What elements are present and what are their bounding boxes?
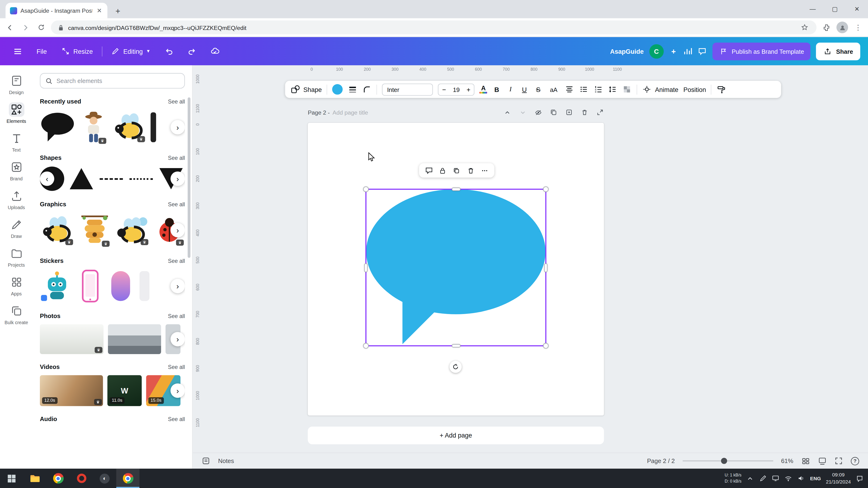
undo-button[interactable] (159, 43, 179, 59)
carousel-next-button[interactable]: › (170, 332, 185, 346)
bookmark-star-icon[interactable] (799, 22, 810, 33)
browser-menu-kebab-icon[interactable]: ⋮ (852, 22, 864, 33)
resize-handle-top[interactable] (452, 188, 460, 191)
language-indicator[interactable]: ENG (810, 476, 821, 481)
see-all-link[interactable]: See all (168, 155, 185, 161)
delete-icon[interactable] (467, 166, 475, 174)
browser-profile-avatar[interactable] (836, 22, 848, 33)
rail-item-brand[interactable]: Brand (1, 157, 31, 185)
rail-item-projects[interactable]: Projects (1, 243, 31, 271)
team-avatar[interactable]: C (649, 44, 663, 59)
bee-with-flower-graphic[interactable]: ♛ (115, 214, 150, 246)
duplicate-icon[interactable] (453, 166, 461, 174)
window-close-button[interactable]: ✕ (846, 0, 868, 18)
duplicate-page-icon[interactable] (550, 108, 558, 116)
volume-tray-icon[interactable] (798, 475, 805, 482)
resize-handle-bottom-right[interactable] (543, 343, 549, 349)
bee-graphic[interactable]: ♛ (40, 214, 74, 246)
expand-page-icon[interactable] (596, 108, 604, 116)
shape-button[interactable]: Shape (290, 85, 322, 94)
rail-item-text[interactable]: Text (1, 128, 31, 156)
delete-page-icon[interactable] (581, 108, 588, 116)
notes-label[interactable]: Notes (218, 458, 234, 464)
selection-box[interactable] (365, 189, 546, 346)
carousel-next-button[interactable]: › (170, 279, 185, 293)
window-maximize-button[interactable]: ▢ (824, 0, 846, 18)
search-elements-box[interactable] (40, 73, 185, 89)
cowboy-character-graphic[interactable]: ♛ (80, 110, 107, 145)
line-spacing-icon[interactable] (608, 85, 618, 94)
strikethrough-button[interactable]: S (534, 86, 543, 93)
thumbnail-view-icon[interactable] (817, 456, 827, 465)
share-button[interactable]: Share (816, 42, 860, 60)
transparency-icon[interactable] (622, 85, 632, 94)
add-page-button[interactable]: + Add page (308, 426, 604, 444)
forward-icon[interactable] (20, 22, 31, 33)
resize-button[interactable]: Resize (56, 43, 98, 59)
tab-close-icon[interactable]: ✕ (96, 7, 103, 14)
rail-item-elements[interactable]: Elements (1, 99, 31, 127)
dashed-line-shape[interactable] (99, 166, 124, 191)
italic-button[interactable]: I (506, 85, 515, 93)
dark-app-taskbar-icon[interactable]: ◐ (93, 469, 116, 488)
see-all-link[interactable]: See all (168, 313, 185, 319)
clock[interactable]: 09:0921/10/2024 (826, 471, 851, 485)
w-logo-video[interactable]: W11.0s (107, 375, 142, 406)
resize-handle-bottom-left[interactable] (363, 343, 369, 349)
editing-mode-button[interactable]: Editing ▼ (106, 43, 156, 59)
rail-item-uploads[interactable]: Uploads (1, 186, 31, 214)
resize-handle-bottom[interactable] (452, 344, 460, 348)
rail-item-apps[interactable]: Apps (1, 272, 31, 300)
redo-button[interactable] (182, 43, 202, 59)
page-move-down-icon[interactable] (519, 108, 526, 116)
chrome-active-taskbar-icon[interactable] (116, 469, 140, 488)
start-button[interactable] (0, 469, 23, 488)
action-center-icon[interactable] (856, 475, 864, 482)
more-options-icon[interactable] (480, 166, 489, 174)
carousel-prev-button[interactable]: ‹ (40, 172, 54, 186)
bullet-list-icon[interactable] (579, 85, 589, 94)
lock-icon[interactable] (438, 166, 447, 174)
opera-taskbar-icon[interactable] (70, 469, 93, 488)
text-color-button[interactable]: A (479, 85, 487, 94)
add-member-icon[interactable]: + (669, 47, 678, 56)
partially-visible-sticker[interactable] (140, 271, 149, 301)
carousel-next-button[interactable]: › (170, 383, 185, 398)
gradient-blob-sticker[interactable] (106, 270, 135, 302)
carousel-next-button[interactable]: › (170, 120, 185, 134)
rail-item-design[interactable]: Design (1, 71, 31, 98)
wifi-tray-icon[interactable] (785, 475, 793, 482)
resize-handle-right[interactable] (544, 263, 548, 272)
url-bar[interactable]: canva.com/design/DAGT6BWzfDw/_mxqpc3--uQ… (51, 21, 816, 34)
grid-view-icon[interactable] (801, 456, 810, 465)
zoom-percent[interactable]: 61% (781, 458, 793, 464)
corner-rounding-icon[interactable] (362, 85, 372, 94)
publish-brand-template-button[interactable]: Publish as Brand Template (712, 42, 811, 60)
see-all-link[interactable]: See all (168, 258, 185, 264)
font-size-value[interactable]: 19 (450, 86, 463, 93)
notes-icon[interactable] (202, 456, 210, 465)
position-button[interactable]: Position (683, 86, 706, 93)
carousel-next-button[interactable]: › (170, 223, 185, 237)
reload-icon[interactable] (35, 22, 46, 33)
phone-sticker[interactable] (79, 269, 102, 303)
see-all-link[interactable]: See all (168, 201, 185, 207)
pen-tray-icon[interactable] (759, 475, 767, 482)
search-input[interactable] (56, 77, 179, 84)
resize-handle-left[interactable] (364, 263, 368, 272)
file-menu-button[interactable]: File (31, 44, 52, 59)
rail-item-bulk[interactable]: Bulk create (1, 301, 31, 329)
panel-scrollbar[interactable] (188, 97, 191, 258)
resize-handle-top-right[interactable] (543, 187, 549, 192)
see-all-link[interactable]: See all (168, 98, 185, 104)
font-size-decrease-button[interactable]: − (438, 86, 450, 93)
hamburger-menu-icon[interactable] (8, 43, 28, 59)
page-title-input[interactable]: Add page title (333, 109, 368, 116)
beehive-graphic[interactable]: ♛ (79, 213, 111, 248)
numbered-list-icon[interactable] (594, 85, 603, 94)
rail-item-draw[interactable]: Draw (1, 215, 31, 242)
help-icon[interactable]: ? (851, 457, 859, 465)
text-align-icon[interactable] (565, 85, 574, 94)
comments-icon[interactable] (698, 47, 707, 56)
file-explorer-icon[interactable] (23, 469, 47, 488)
